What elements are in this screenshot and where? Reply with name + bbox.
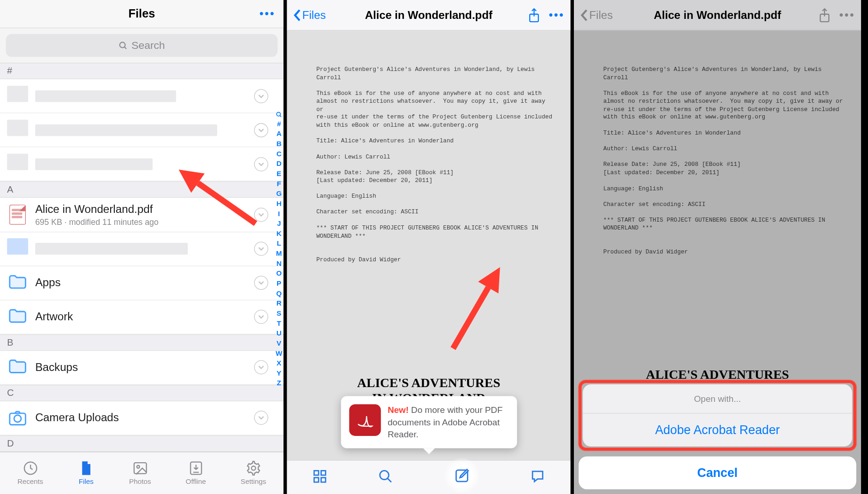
folder-icon <box>7 357 28 378</box>
edit-button[interactable] <box>444 458 479 493</box>
tooltip-text: New! Do more with your PDF documents in … <box>388 405 508 440</box>
index-letter[interactable]: V <box>277 339 281 347</box>
index-letter[interactable]: S <box>277 309 281 318</box>
row-actions-icon[interactable] <box>254 157 268 171</box>
svg-rect-14 <box>314 477 319 482</box>
index-letter[interactable]: G <box>276 189 282 198</box>
tab-label: Files <box>79 478 94 486</box>
tab-label: Settings <box>241 478 266 486</box>
index-letter[interactable]: # <box>277 120 281 128</box>
comment-button[interactable] <box>530 469 545 486</box>
files-header: Files ••• <box>0 0 283 29</box>
svg-rect-7 <box>134 463 146 474</box>
index-letter[interactable]: R <box>277 299 282 307</box>
chevron-left-icon <box>580 8 588 21</box>
index-letter[interactable]: H <box>277 200 282 208</box>
files-panel: Files ••• Search # A Alice in Wonderland… <box>0 0 287 494</box>
gear-icon <box>245 460 262 476</box>
folder-name: Artwork <box>35 311 254 323</box>
index-letter[interactable]: Q <box>276 289 282 298</box>
tab-settings[interactable]: Settings <box>241 460 266 486</box>
index-letter[interactable]: L <box>277 239 281 247</box>
search-button[interactable] <box>378 469 393 486</box>
row-actions-icon[interactable] <box>254 360 268 375</box>
index-letter[interactable]: W <box>276 349 282 358</box>
share-icon <box>818 7 831 23</box>
index-letter[interactable]: A <box>277 129 282 138</box>
alpha-index[interactable]: #ABCDEFGHIJKLMNOPQRSTUVWXYZ <box>276 112 282 387</box>
acrobat-app-icon <box>349 405 381 436</box>
share-icon[interactable] <box>528 7 541 23</box>
index-letter[interactable]: J <box>277 219 281 228</box>
folder-row-apps[interactable]: Apps <box>0 266 283 300</box>
row-actions-icon[interactable] <box>254 411 268 425</box>
folder-name: Apps <box>35 276 254 289</box>
back-label: Files <box>302 8 326 21</box>
folder-row-artwork[interactable]: Artwork <box>0 300 283 334</box>
file-icon <box>78 460 94 476</box>
tab-recents[interactable]: Recents <box>18 460 43 486</box>
section-header-hash: # <box>0 63 283 80</box>
index-letter[interactable]: C <box>277 150 282 158</box>
back-button[interactable]: Files <box>293 8 325 21</box>
tab-label: Offline <box>186 478 206 486</box>
more-menu-icon[interactable]: ••• <box>549 8 564 22</box>
document-viewport[interactable]: Project Gutenberg's Alice's Adventures i… <box>287 30 571 494</box>
file-row-redacted[interactable] <box>0 113 283 147</box>
index-letter[interactable]: B <box>277 140 282 148</box>
index-letter[interactable]: M <box>276 249 282 258</box>
clock-icon <box>22 460 39 476</box>
section-header-b: B <box>0 334 283 351</box>
index-letter[interactable]: X <box>277 359 281 367</box>
svg-rect-15 <box>321 477 326 482</box>
more-menu-icon[interactable]: ••• <box>260 7 275 20</box>
index-letter[interactable]: N <box>277 259 282 268</box>
sheet-option-adobe[interactable]: Adobe Acrobat Reader <box>583 414 852 447</box>
files-title: Files <box>128 7 155 20</box>
doc-preamble: Project Gutenberg's Alice's Adventures i… <box>287 30 571 270</box>
sheet-title: Open with... <box>583 384 852 414</box>
folder-row-backups[interactable]: Backups <box>0 351 283 385</box>
bottom-tabbar: Recents Files Photos Offline Settings <box>0 452 283 494</box>
index-letter[interactable]: Z <box>277 379 281 387</box>
image-icon <box>132 460 148 476</box>
folder-icon <box>7 272 28 294</box>
index-letter[interactable]: F <box>277 180 281 188</box>
search-input[interactable]: Search <box>6 34 278 57</box>
index-letter[interactable]: U <box>277 329 282 337</box>
index-letter[interactable]: E <box>277 170 281 178</box>
file-row-redacted[interactable] <box>0 232 283 266</box>
row-actions-icon[interactable] <box>254 123 268 137</box>
svg-point-8 <box>136 465 139 468</box>
folder-row-camera[interactable]: Camera Uploads <box>0 401 283 435</box>
index-letter[interactable]: K <box>277 229 282 238</box>
gallery-button[interactable] <box>312 469 327 486</box>
tab-photos[interactable]: Photos <box>129 460 151 486</box>
camera-icon <box>7 407 28 429</box>
row-actions-icon[interactable] <box>254 276 268 290</box>
index-letter[interactable]: D <box>277 159 282 168</box>
index-letter[interactable]: Y <box>277 369 281 377</box>
file-row-redacted[interactable] <box>0 79 283 113</box>
svg-point-3 <box>14 415 21 422</box>
row-actions-icon[interactable] <box>254 310 268 324</box>
index-letter[interactable]: I <box>278 210 280 218</box>
row-actions-icon[interactable] <box>254 242 268 256</box>
svg-line-17 <box>388 478 391 482</box>
index-letter[interactable]: T <box>277 319 281 328</box>
tab-label: Photos <box>129 478 151 486</box>
download-icon <box>188 460 204 476</box>
back-button: Files <box>580 8 613 21</box>
annotation-arrow <box>431 261 510 375</box>
index-letter[interactable]: O <box>276 269 282 277</box>
acrobat-tooltip[interactable]: New! Do more with your PDF documents in … <box>341 396 517 448</box>
section-header-d: D <box>0 435 283 452</box>
file-row-redacted[interactable] <box>0 147 283 182</box>
action-sheet: Open with... Adobe Acrobat Reader Cancel <box>579 380 856 489</box>
sheet-cancel-button[interactable]: Cancel <box>579 457 856 489</box>
index-letter[interactable]: P <box>277 279 281 288</box>
svg-point-10 <box>251 466 255 470</box>
tab-files[interactable]: Files <box>78 460 94 486</box>
tab-offline[interactable]: Offline <box>186 460 206 486</box>
row-actions-icon[interactable] <box>254 89 268 103</box>
